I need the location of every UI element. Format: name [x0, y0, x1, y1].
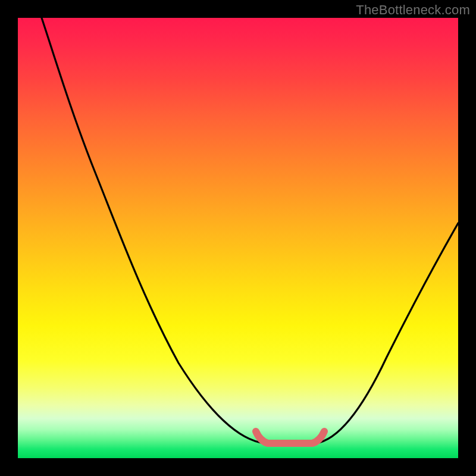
bottleneck-curve-path — [42, 18, 458, 443]
bottom-highlight-path — [256, 431, 324, 443]
watermark-text: TheBottleneck.com — [356, 2, 470, 18]
curve-layer — [18, 18, 458, 458]
chart-frame: TheBottleneck.com — [0, 0, 476, 476]
plot-area — [18, 18, 458, 458]
